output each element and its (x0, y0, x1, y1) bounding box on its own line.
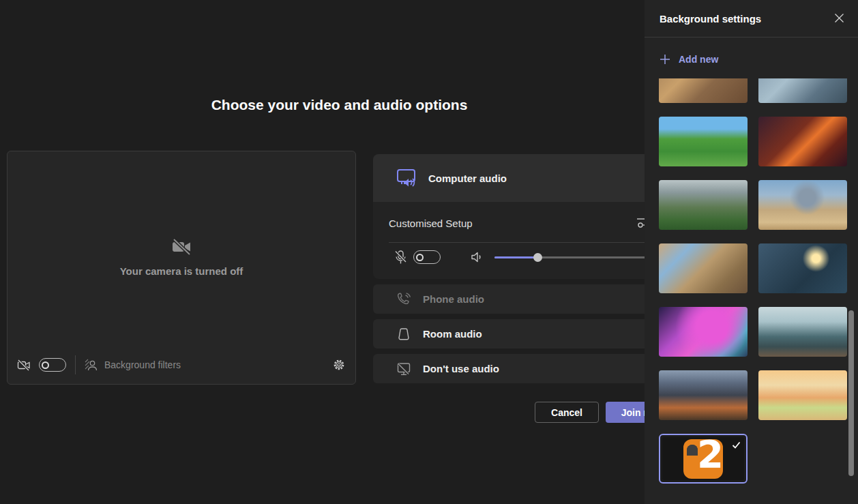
close-icon (834, 13, 844, 23)
no-audio-label: Don't use audio (423, 363, 499, 374)
background-thumbnail-minecraft-village[interactable] (659, 117, 748, 166)
speaker-icon (471, 251, 484, 263)
background-thumbnail-minecraft-dungeons[interactable] (758, 117, 847, 166)
computer-audio-label: Computer audio (428, 173, 507, 184)
background-thumbnail-medieval-street[interactable] (659, 243, 748, 293)
camera-off-message: Your camera is turned off (8, 237, 355, 277)
teams-prejoin-screen: Choose your video and audio options Your… (0, 0, 858, 504)
no-audio-icon (396, 361, 412, 376)
background-thumbnail-autumn-town-street[interactable] (659, 370, 748, 420)
cancel-button[interactable]: Cancel (535, 402, 599, 423)
divider (389, 242, 660, 243)
m2-logo: 2 (683, 439, 723, 479)
panel-header: Background settings (645, 0, 858, 38)
preview-toolbar: Background filters (17, 352, 346, 378)
page-title: Choose your video and audio options (0, 97, 679, 113)
background-thumbnail-mountain-valley[interactable] (659, 180, 748, 230)
volume-slider[interactable] (494, 256, 665, 258)
mic-off-icon (394, 250, 407, 265)
custom-setup-section: Customised Setup (373, 202, 673, 279)
scrollbar-thumb[interactable] (848, 310, 854, 476)
background-thumbnail-alien-canyon[interactable] (758, 307, 847, 357)
background-thumbnail-pastel-sunset-trail[interactable] (758, 370, 847, 420)
volume-slider-fill (494, 256, 537, 258)
logo-thumbnail-image: 2 (662, 437, 744, 480)
selected-check-icon (731, 440, 741, 450)
mic-toggle-knob (416, 254, 424, 261)
panel-title: Background settings (660, 13, 761, 25)
phone-audio-label: Phone audio (423, 293, 484, 305)
background-thumbnail-classroom-illustration[interactable] (659, 78, 748, 103)
custom-setup-label: Customised Setup (389, 218, 473, 229)
computer-audio-option[interactable]: Computer audio (373, 154, 673, 202)
camera-toggle[interactable] (39, 358, 66, 372)
background-thumbnail-halo-ring-desert[interactable] (758, 180, 847, 230)
mic-toggle[interactable] (413, 250, 441, 264)
room-audio-label: Room audio (423, 328, 482, 340)
camera-toggle-knob (42, 361, 49, 369)
background-grid: 2 (659, 78, 847, 484)
camera-status-text: Your camera is turned off (120, 265, 243, 277)
camera-preview: Your camera is turned off Background fil… (7, 151, 356, 385)
close-panel-button[interactable] (834, 13, 844, 23)
background-filters-label[interactable]: Background filters (104, 359, 181, 370)
background-thumbnail-halo-space-station[interactable] (758, 243, 847, 293)
background-thumbnail-m2-logo[interactable]: 2 (659, 434, 748, 484)
background-filters-icon (85, 359, 98, 371)
m2-logo-number: 2 (697, 435, 724, 473)
background-settings-panel: Background settings Add new 2 (645, 0, 858, 504)
computer-audio-icon (396, 168, 417, 188)
plus-icon (660, 54, 670, 65)
background-gallery: 2 (645, 78, 858, 504)
background-thumbnail-sci-fi-lab[interactable] (758, 78, 847, 103)
phone-audio-option[interactable]: Phone audio (373, 284, 673, 314)
room-audio-option[interactable]: Room audio (373, 319, 673, 349)
divider (75, 355, 76, 374)
gear-icon (332, 358, 346, 372)
background-thumbnail-pink-nebula[interactable] (659, 307, 748, 357)
volume-slider-thumb[interactable] (533, 253, 542, 262)
room-audio-icon (396, 327, 412, 342)
device-settings-button[interactable] (332, 358, 346, 372)
m2-logo-arch (687, 445, 698, 456)
add-new-button[interactable]: Add new (660, 54, 718, 65)
phone-audio-icon (396, 291, 412, 308)
camera-off-icon (171, 237, 192, 257)
audio-options: Computer audio Customised Setup (373, 154, 673, 383)
add-new-label: Add new (679, 54, 718, 65)
mic-volume-controls (394, 250, 665, 265)
no-audio-option[interactable]: Don't use audio (373, 354, 673, 383)
camera-off-small-icon (17, 359, 31, 371)
